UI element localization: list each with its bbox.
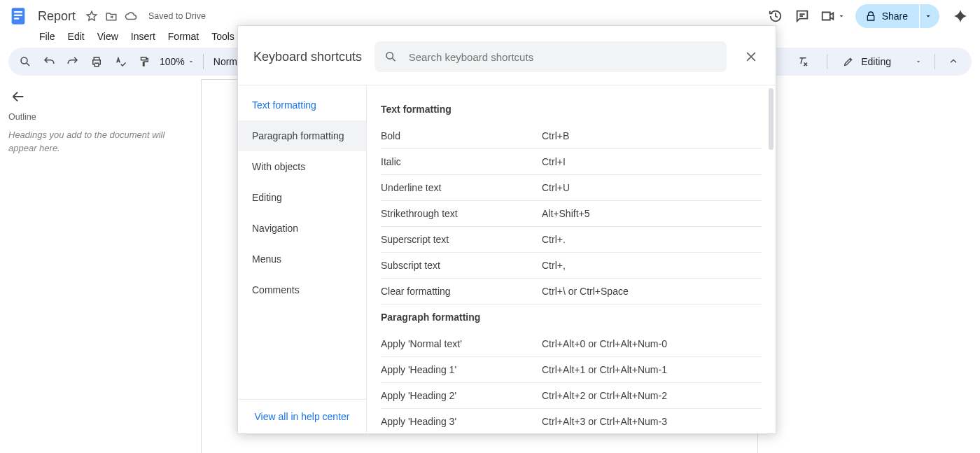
shortcut-row: Clear formattingCtrl+\ or Ctrl+Space <box>381 279 762 305</box>
share-dropdown[interactable] <box>920 4 939 28</box>
shortcut-keys: Ctrl+Alt+3 or Ctrl+Alt+Num-3 <box>542 416 762 427</box>
shortcut-label: Subscript text <box>381 260 542 271</box>
nav-editing[interactable]: Editing <box>238 182 366 213</box>
history-icon[interactable] <box>767 8 784 25</box>
close-icon[interactable] <box>739 45 763 69</box>
outline-panel: Outline Headings you add to the document… <box>0 76 202 452</box>
shortcut-row: Underline textCtrl+U <box>381 175 762 201</box>
separator <box>203 54 204 69</box>
share-button[interactable]: Share <box>855 4 919 28</box>
shortcut-keys: Ctrl+\ or Ctrl+Space <box>542 286 762 297</box>
shortcut-keys: Alt+Shift+5 <box>542 208 762 219</box>
shortcut-label: Apply 'Heading 3' <box>381 416 542 427</box>
search-icon <box>384 50 398 64</box>
separator <box>827 54 827 69</box>
shortcut-label: Superscript text <box>381 234 542 245</box>
shortcut-keys: Ctrl+Alt+2 or Ctrl+Alt+Num-2 <box>542 390 762 401</box>
meet-button[interactable] <box>820 8 846 24</box>
title-bar: Report Saved to Drive Share <box>0 0 980 28</box>
svg-point-5 <box>386 53 393 59</box>
menu-edit[interactable]: Edit <box>62 28 90 45</box>
shortcut-section-title: Text formatting <box>381 97 762 123</box>
nav-text-formatting[interactable]: Text formatting <box>238 90 366 120</box>
shortcut-keys: Ctrl+Alt+0 or Ctrl+Alt+Num-0 <box>542 338 762 349</box>
undo-icon[interactable] <box>38 50 60 73</box>
star-icon[interactable] <box>85 10 98 22</box>
docs-logo-icon[interactable] <box>6 4 31 29</box>
redo-icon[interactable] <box>62 50 84 73</box>
nav-with-objects[interactable]: With objects <box>238 151 366 182</box>
outline-hint: Headings you add to the document will ap… <box>7 129 189 155</box>
menu-tools[interactable]: Tools <box>206 28 240 45</box>
svg-rect-2 <box>14 15 22 16</box>
spellcheck-icon[interactable] <box>109 50 132 73</box>
scrollbar-thumb[interactable] <box>769 88 774 150</box>
back-arrow-icon[interactable] <box>7 85 29 108</box>
shortcut-label: Strikethrough text <box>381 208 542 219</box>
editing-mode-dropdown[interactable]: Editing <box>836 56 929 67</box>
search-menus-icon[interactable] <box>14 50 36 73</box>
collapse-toolbar-icon[interactable] <box>941 56 966 67</box>
shortcut-row: ItalicCtrl+I <box>381 149 762 175</box>
nav-comments[interactable]: Comments <box>238 274 366 305</box>
shortcut-row: Apply 'Heading 2'Ctrl+Alt+2 or Ctrl+Alt+… <box>381 383 762 409</box>
shortcut-label: Apply 'Normal text' <box>381 338 542 349</box>
clear-formatting-icon[interactable] <box>792 50 814 73</box>
lock-icon <box>865 11 876 22</box>
outline-title: Outline <box>8 112 188 122</box>
shortcut-label: Underline text <box>381 182 542 193</box>
keyboard-shortcuts-dialog: Keyboard shortcuts Text formatting Parag… <box>237 25 776 434</box>
shortcut-keys: Ctrl+U <box>542 182 762 193</box>
dialog-title: Keyboard shortcuts <box>253 50 362 64</box>
share-label: Share <box>882 11 908 22</box>
shortcut-label: Clear formatting <box>381 286 542 297</box>
shortcut-row: Apply 'Heading 3'Ctrl+Alt+3 or Ctrl+Alt+… <box>381 409 762 433</box>
shortcut-label: Italic <box>381 156 542 167</box>
nav-menus[interactable]: Menus <box>238 244 366 274</box>
print-icon[interactable] <box>85 50 108 73</box>
shortcut-label: Apply 'Heading 2' <box>381 390 542 401</box>
nav-paragraph-formatting[interactable]: Paragraph formatting <box>238 120 366 151</box>
caret-down-icon <box>915 58 922 65</box>
shortcut-label: Apply 'Heading 1' <box>381 364 542 375</box>
shortcut-keys: Ctrl+, <box>542 260 762 271</box>
shortcut-row: Strikethrough textAlt+Shift+5 <box>381 201 762 227</box>
shortcut-row: Superscript textCtrl+. <box>381 227 762 253</box>
save-status-text: Saved to Drive <box>148 11 206 21</box>
nav-navigation[interactable]: Navigation <box>238 213 366 244</box>
separator <box>934 54 935 69</box>
gemini-icon[interactable] <box>952 8 969 25</box>
menu-format[interactable]: Format <box>162 28 204 45</box>
cloud-saved-icon[interactable] <box>125 10 137 22</box>
shortcut-row: Subscript textCtrl+, <box>381 253 762 279</box>
shortcuts-search[interactable] <box>374 41 727 72</box>
svg-point-4 <box>21 57 27 64</box>
shortcuts-search-input[interactable] <box>407 50 717 64</box>
shortcut-keys: Ctrl+B <box>542 130 762 141</box>
shortcut-keys: Ctrl+. <box>542 234 762 245</box>
menu-insert[interactable]: Insert <box>125 28 161 45</box>
shortcuts-content[interactable]: Text formattingBoldCtrl+BItalicCtrl+IUnd… <box>367 85 776 433</box>
shortcut-keys: Ctrl+Alt+1 or Ctrl+Alt+Num-1 <box>542 364 762 375</box>
paint-format-icon[interactable] <box>133 50 155 73</box>
move-folder-icon[interactable] <box>105 10 118 22</box>
shortcut-row: Apply 'Normal text'Ctrl+Alt+0 or Ctrl+Al… <box>381 331 762 357</box>
svg-rect-3 <box>14 18 19 19</box>
shortcuts-nav: Text formatting Paragraph formatting Wit… <box>238 85 367 433</box>
svg-rect-1 <box>14 11 22 13</box>
comments-icon[interactable] <box>794 8 811 25</box>
shortcut-label: Bold <box>381 130 542 141</box>
pencil-icon <box>843 56 854 67</box>
menu-view[interactable]: View <box>92 28 124 45</box>
menu-file[interactable]: File <box>34 28 61 45</box>
shortcut-row: Apply 'Heading 1'Ctrl+Alt+1 or Ctrl+Alt+… <box>381 357 762 383</box>
view-all-help-link[interactable]: View all in help center <box>238 399 366 433</box>
shortcut-row: BoldCtrl+B <box>381 123 762 149</box>
caret-down-icon <box>188 58 195 65</box>
shortcut-keys: Ctrl+I <box>542 156 762 167</box>
shortcut-section-title: Paragraph formatting <box>381 305 762 331</box>
zoom-dropdown[interactable]: 100% <box>157 56 197 67</box>
document-title[interactable]: Report <box>34 8 80 25</box>
